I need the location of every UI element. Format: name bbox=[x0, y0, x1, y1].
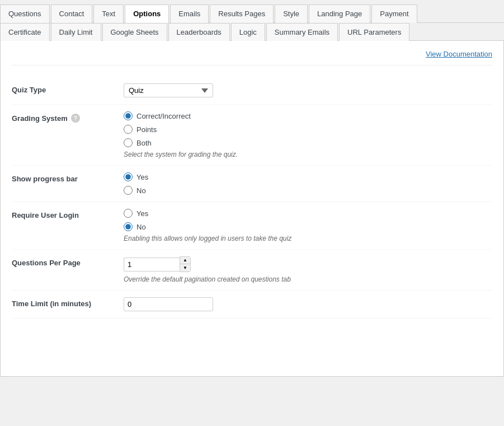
tab-google-sheets[interactable]: Google Sheets bbox=[102, 23, 167, 41]
grading-radio-correct-incorrect[interactable] bbox=[124, 111, 133, 120]
show-progress-bar-label: Show progress bar bbox=[12, 172, 124, 183]
require-user-login-label: Require User Login bbox=[12, 209, 124, 219]
grading-system-field: Correct/Incorrect Points Both Select the… bbox=[124, 111, 492, 158]
progress-bar-radio-yes[interactable] bbox=[124, 172, 133, 181]
tabs-row-1: QuestionsContactTextOptionsEmailsResults… bbox=[0, 0, 504, 23]
time-limit-field bbox=[124, 297, 492, 311]
progress-bar-yes[interactable]: Yes bbox=[124, 172, 492, 181]
progress-bar-radio-group: Yes No bbox=[124, 172, 492, 195]
view-documentation-link[interactable]: View Documentation bbox=[426, 50, 492, 58]
user-login-yes[interactable]: Yes bbox=[124, 209, 492, 218]
questions-per-page-row: Questions Per Page ▲ ▼ Override the defa… bbox=[12, 250, 492, 291]
tab-text[interactable]: Text bbox=[93, 4, 124, 23]
content-area: View Documentation Quiz Type Quiz Survey… bbox=[0, 41, 504, 377]
require-user-login-row: Require User Login Yes No Enabling this … bbox=[12, 202, 492, 250]
tab-leaderboards[interactable]: Leaderboards bbox=[168, 23, 230, 41]
tab-landing-page[interactable]: Landing Page bbox=[309, 4, 370, 23]
require-user-login-field: Yes No Enabling this allows only logged … bbox=[124, 209, 492, 242]
user-login-hint: Enabling this allows only logged in user… bbox=[124, 235, 492, 242]
tab-url-parameters[interactable]: URL Parameters bbox=[339, 23, 409, 41]
time-limit-label: Time Limit (in minutes) bbox=[12, 297, 124, 308]
tab-emails[interactable]: Emails bbox=[170, 4, 209, 23]
questions-per-page-spinner: ▲ ▼ bbox=[180, 256, 191, 272]
tab-summary-emails[interactable]: Summary Emails bbox=[266, 23, 338, 41]
user-login-radio-yes[interactable] bbox=[124, 209, 133, 218]
tab-questions[interactable]: Questions bbox=[0, 4, 50, 23]
tabs-row-2: CertificateDaily LimitGoogle SheetsLeade… bbox=[0, 23, 504, 41]
questions-per-page-input-wrapper: ▲ ▼ bbox=[124, 256, 492, 272]
questions-per-page-field: ▲ ▼ Override the default pagination crea… bbox=[124, 256, 492, 283]
questions-per-page-decrement[interactable]: ▼ bbox=[180, 264, 190, 271]
quiz-type-row: Quiz Type Quiz Survey Assessment bbox=[12, 77, 492, 105]
grading-system-help-icon[interactable]: ? bbox=[71, 114, 80, 123]
grading-radio-both[interactable] bbox=[124, 138, 133, 147]
grading-both[interactable]: Both bbox=[124, 138, 492, 147]
tab-logic[interactable]: Logic bbox=[231, 23, 265, 41]
tab-results-pages[interactable]: Results Pages bbox=[210, 4, 274, 23]
user-login-radio-no[interactable] bbox=[124, 222, 133, 231]
questions-per-page-hint: Override the default pagination created … bbox=[124, 275, 492, 283]
time-limit-row: Time Limit (in minutes) bbox=[12, 291, 492, 319]
user-login-no[interactable]: No bbox=[124, 222, 492, 231]
tab-payment[interactable]: Payment bbox=[371, 4, 417, 23]
progress-bar-radio-no[interactable] bbox=[124, 186, 133, 195]
grading-system-row: Grading System ? Correct/Incorrect Point… bbox=[12, 105, 492, 166]
tab-daily-limit[interactable]: Daily Limit bbox=[51, 23, 101, 41]
quiz-type-select[interactable]: Quiz Survey Assessment bbox=[124, 83, 213, 97]
user-login-radio-group: Yes No bbox=[124, 209, 492, 231]
tab-contact[interactable]: Contact bbox=[51, 4, 93, 23]
questions-per-page-input[interactable] bbox=[124, 258, 180, 271]
view-doc-row: View Documentation bbox=[12, 50, 492, 65]
tab-options[interactable]: Options bbox=[125, 4, 169, 23]
grading-system-radio-group: Correct/Incorrect Points Both bbox=[124, 111, 492, 147]
show-progress-bar-row: Show progress bar Yes No bbox=[12, 166, 492, 202]
grading-radio-points[interactable] bbox=[124, 125, 133, 134]
grading-hint: Select the system for grading the quiz. bbox=[124, 151, 492, 158]
progress-bar-no[interactable]: No bbox=[124, 186, 492, 195]
show-progress-bar-field: Yes No bbox=[124, 172, 492, 195]
grading-points[interactable]: Points bbox=[124, 125, 492, 134]
quiz-type-field: Quiz Survey Assessment bbox=[124, 83, 492, 97]
page-wrapper: QuestionsContactTextOptionsEmailsResults… bbox=[0, 0, 504, 426]
tab-certificate[interactable]: Certificate bbox=[0, 23, 50, 41]
quiz-type-label: Quiz Type bbox=[12, 83, 124, 94]
tab-style[interactable]: Style bbox=[275, 4, 308, 23]
grading-correct-incorrect[interactable]: Correct/Incorrect bbox=[124, 111, 492, 120]
questions-per-page-label: Questions Per Page bbox=[12, 256, 124, 267]
grading-system-label: Grading System ? bbox=[12, 111, 124, 123]
questions-per-page-increment[interactable]: ▲ bbox=[180, 257, 190, 264]
time-limit-input[interactable] bbox=[124, 297, 213, 311]
